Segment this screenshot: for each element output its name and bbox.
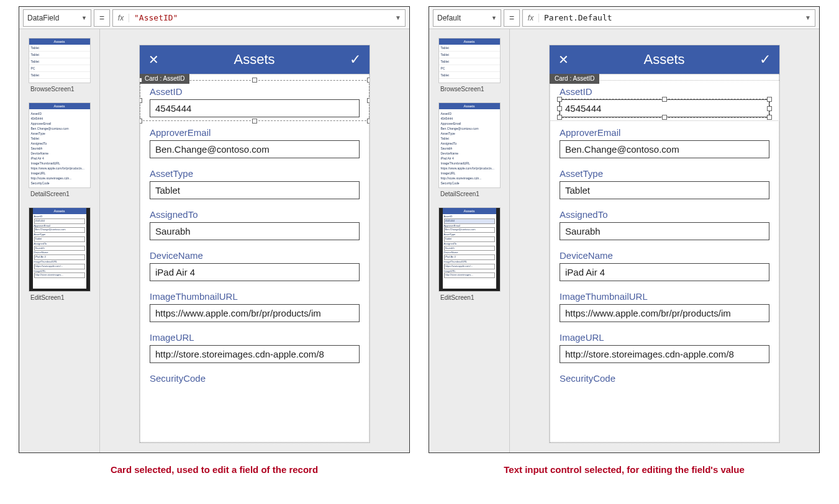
design-canvas[interactable]: ✕ Assets ✓ Card : AssetID AssetID 454544… [510,29,819,452]
field-label: AssetType [560,168,769,179]
edit-screen-thumb[interactable]: Assets AssetID4545444 ApproverEmailBen.C… [29,207,91,292]
card-imageurl[interactable]: ImageURL http://store.storeimages.cdn-ap… [140,326,370,367]
browse-screen-thumb[interactable]: Assets Tablet Tablet Tablet PC Tablet [438,38,501,83]
card-approveremail[interactable]: ApproverEmail Ben.Change@contoso.com [550,121,779,162]
thumb-label: BrowseScreen1 [432,84,507,99]
thumb-label: DetailScreen1 [22,189,97,204]
formula-value: Parent.Default [539,13,617,22]
field-input[interactable]: Saurabh [560,222,769,240]
more-icon[interactable]: ⋮ [429,106,430,107]
field-input[interactable]: https://www.apple.com/br/pr/products/im [560,304,769,322]
card-devicename[interactable]: DeviceName iPad Air 4 [550,244,779,285]
property-selector[interactable]: Default ▼ [433,9,501,27]
field-input[interactable]: Tablet [150,181,360,199]
field-label: AssetID [150,86,360,97]
close-icon[interactable]: ✕ [148,52,159,67]
card-imagethumbnailurl[interactable]: ImageThumbnailURL https://www.apple.com/… [550,285,779,326]
field-label: ImageThumbnailURL [150,291,360,302]
formula-input[interactable]: fx "AssetID" ▼ [112,9,406,27]
chevron-down-icon: ▼ [491,15,497,21]
formula-value: "AssetID" [129,13,183,22]
field-label: AssignedTo [150,209,360,220]
card-imageurl[interactable]: ImageURL http://store.storeimages.cdn-ap… [550,326,779,367]
card-assignedto[interactable]: AssignedTo Saurabh [140,203,370,244]
detail-screen-thumb[interactable]: Assets AssetID4545444ApproverEmailBen.Ch… [29,102,91,188]
card-assetid[interactable]: AssetID 4545444 [550,80,779,121]
screen-header: ✕ Assets ✓ [140,45,370,74]
card-devicename[interactable]: DeviceName iPad Air 4 [140,244,370,285]
field-label: ImageThumbnailURL [560,291,769,302]
design-canvas[interactable]: ✕ Assets ✓ Card : AssetID AssetID 454544… [100,29,409,452]
screen-title: Assets [159,52,350,68]
phone-preview: ✕ Assets ✓ Card : AssetID AssetID 454544… [140,45,370,443]
card-assignedto[interactable]: AssignedTo Saurabh [550,203,779,244]
chevron-down-icon[interactable]: ▼ [391,14,405,21]
screen-thumbnails: ⋮ Assets Tablet Tablet Tablet PC Tablet … [19,29,100,452]
card-assettype[interactable]: AssetType Tablet [140,162,370,203]
left-panel: DataField ▼ = fx "AssetID" ▼ ⋮ Assets Ta… [19,6,410,453]
more-icon[interactable]: ⋮ [429,211,430,212]
field-input[interactable]: Tablet [560,181,769,199]
field-label: SecurityCode [560,373,769,384]
field-label: SecurityCode [150,373,360,384]
right-panel: Default ▼ = fx Parent.Default ▼ ⋮ Assets… [429,6,820,453]
field-label: AssetID [560,86,769,97]
fx-icon: fx [523,14,539,22]
thumb-label: EditScreen1 [22,293,97,307]
chevron-down-icon[interactable]: ▼ [801,14,815,21]
phone-preview: ✕ Assets ✓ Card : AssetID AssetID 454544… [550,45,779,443]
selection-badge: Card : AssetID [550,74,599,84]
field-input[interactable]: http://store.storeimages.cdn-apple.com/8 [150,345,360,363]
more-icon[interactable]: ⋮ [19,106,20,107]
fx-icon: fx [113,14,129,22]
card-assettype[interactable]: AssetType Tablet [550,162,779,203]
formula-bar: Default ▼ = fx Parent.Default ▼ [429,7,819,29]
field-label: DeviceName [150,250,360,261]
field-input[interactable]: 4545444 [150,99,360,117]
close-icon[interactable]: ✕ [558,52,569,67]
detail-screen-thumb[interactable]: Assets AssetID4545444ApproverEmailBen.Ch… [438,102,501,188]
field-label: AssetType [150,168,360,179]
field-input[interactable]: Ben.Change@contoso.com [560,140,769,158]
field-label: ApproverEmail [560,127,769,138]
field-input[interactable]: iPad Air 4 [560,263,769,281]
field-input[interactable]: iPad Air 4 [150,263,360,281]
thumb-label: DetailScreen1 [432,189,507,204]
chevron-down-icon: ▼ [81,15,87,21]
field-label: ImageURL [150,332,360,343]
formula-input[interactable]: fx Parent.Default ▼ [522,9,815,27]
field-input[interactable]: Ben.Change@contoso.com [150,140,360,158]
screen-thumbnails: ⋮ Assets Tablet Tablet Tablet PC Tablet … [429,29,510,452]
field-input[interactable]: Saurabh [150,222,360,240]
check-icon[interactable]: ✓ [350,52,361,68]
check-icon[interactable]: ✓ [760,52,771,68]
field-label: ApproverEmail [150,127,360,138]
selection-badge: Card : AssetID [140,74,189,84]
property-selector[interactable]: DataField ▼ [23,9,91,27]
property-name: Default [437,14,461,22]
right-caption: Text input control selected, for editing… [429,464,820,475]
field-label: AssignedTo [560,209,769,220]
thumb-label: BrowseScreen1 [22,84,97,99]
formula-bar: DataField ▼ = fx "AssetID" ▼ [19,7,409,29]
more-icon[interactable]: ⋮ [19,42,20,43]
screen-title: Assets [569,52,760,68]
card-securitycode[interactable]: SecurityCode [550,367,779,390]
edit-screen-thumb[interactable]: Assets AssetID4545444 ApproverEmailBen.C… [438,207,501,292]
equals-button[interactable]: = [504,9,520,27]
screen-header: ✕ Assets ✓ [550,45,779,74]
browse-screen-thumb[interactable]: Assets Tablet Tablet Tablet PC Tablet [29,38,91,83]
thumb-label: EditScreen1 [432,293,507,307]
card-assetid[interactable]: AssetID 4545444 [140,80,370,121]
field-input[interactable]: http://store.storeimages.cdn-apple.com/8 [560,345,769,363]
left-caption: Card selected, used to edit a field of t… [19,464,410,475]
more-icon[interactable]: ⋮ [429,42,430,43]
card-securitycode[interactable]: SecurityCode [140,367,370,390]
equals-button[interactable]: = [94,9,110,27]
card-imagethumbnailurl[interactable]: ImageThumbnailURL https://www.apple.com/… [140,285,370,326]
property-name: DataField [27,14,59,22]
card-approveremail[interactable]: ApproverEmail Ben.Change@contoso.com [140,121,370,162]
field-label: DeviceName [560,250,769,261]
more-icon[interactable]: ⋮ [19,211,20,212]
field-input[interactable]: https://www.apple.com/br/pr/products/im [150,304,360,322]
